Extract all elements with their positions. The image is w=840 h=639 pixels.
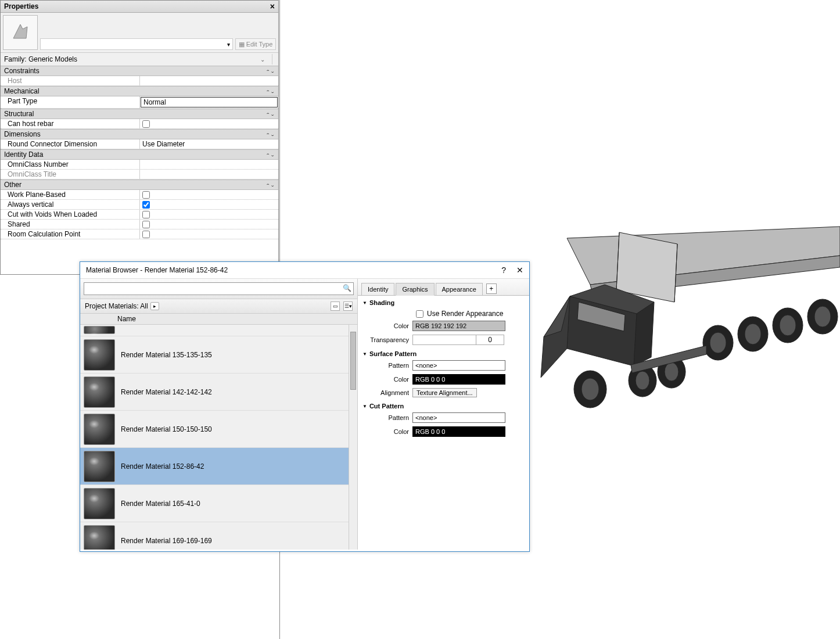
collapse-icon: ⌃⌄ <box>265 132 275 137</box>
property-row: OmniClass Number <box>1 160 278 170</box>
property-value[interactable] <box>140 200 278 209</box>
property-value[interactable]: Normal <box>141 97 278 107</box>
section-surface-pattern[interactable]: ▼Surface Pattern <box>358 347 529 358</box>
list-header: Name <box>80 314 357 325</box>
properties-header: Properties × <box>1 1 278 13</box>
property-label: Shared <box>1 220 140 229</box>
filter-dropdown[interactable]: ▸ <box>150 302 159 310</box>
property-value[interactable] <box>140 160 278 169</box>
category-header[interactable]: Dimensions⌃⌄ <box>1 129 278 139</box>
section-cut-pattern[interactable]: ▼Cut Pattern <box>358 399 529 411</box>
material-item[interactable]: Render Material 165-41-0 <box>80 485 357 522</box>
material-item[interactable] <box>80 325 357 336</box>
material-name: Render Material 152-86-42 <box>119 462 204 471</box>
cut-color-swatch[interactable]: RGB 0 0 0 <box>412 426 505 437</box>
property-row: Can host rebar <box>1 119 278 129</box>
close-icon[interactable]: × <box>270 2 275 11</box>
material-thumbnail <box>84 376 115 408</box>
material-thumbnail <box>84 339 115 371</box>
material-thumbnail <box>84 451 115 482</box>
property-checkbox[interactable] <box>142 191 150 199</box>
tab-graphics[interactable]: Graphics <box>396 283 434 296</box>
transparency-value[interactable]: 0 <box>476 335 504 345</box>
texture-alignment-button[interactable]: Texture Alignment... <box>412 388 477 397</box>
property-checkbox[interactable] <box>142 211 150 218</box>
material-item[interactable]: Render Material 142-142-142 <box>80 374 357 411</box>
category-header[interactable]: Mechanical⌃⌄ <box>1 86 278 96</box>
search-icon: 🔍 <box>343 284 351 292</box>
shading-color-swatch[interactable]: RGB 192 192 192 <box>412 321 505 331</box>
svg-marker-10 <box>616 232 677 302</box>
category-header[interactable]: Structural⌃⌄ <box>1 109 278 119</box>
property-row: OmniClass Title <box>1 170 278 180</box>
surface-color-swatch[interactable]: RGB 0 0 0 <box>412 374 505 385</box>
use-render-checkbox[interactable] <box>416 310 423 318</box>
property-label: Room Calculation Point <box>1 229 140 239</box>
view-list-button[interactable]: ☰▾ <box>343 301 353 311</box>
dialog-title: Material Browser - Render Material 152-8… <box>86 266 228 274</box>
property-value[interactable] <box>140 119 278 128</box>
material-name: Render Material 150-150-150 <box>119 425 212 433</box>
material-item[interactable]: Render Material 169-169-169 <box>80 522 357 550</box>
properties-panel: Properties × ▾ ▦ Edit Type Family: Gener… <box>0 0 279 275</box>
property-value[interactable]: Use Diameter <box>140 139 278 149</box>
material-item[interactable]: Render Material 150-150-150 <box>80 411 357 448</box>
svg-point-3 <box>780 315 796 336</box>
property-row: Host <box>1 76 278 86</box>
help-button[interactable]: ? <box>501 265 506 275</box>
category-header[interactable]: Constraints⌃⌄ <box>1 66 278 76</box>
scrollbar[interactable] <box>349 325 357 550</box>
dialog-titlebar[interactable]: Material Browser - Render Material 152-8… <box>80 262 529 279</box>
add-tab-button[interactable]: + <box>486 283 497 294</box>
use-render-label: Use Render Appearance <box>427 310 503 318</box>
svg-point-22 <box>665 362 679 381</box>
properties-title: Properties <box>4 2 38 10</box>
property-value[interactable] <box>140 190 278 199</box>
material-item[interactable]: Render Material 152-86-42 <box>80 448 357 485</box>
cut-pattern-label: Pattern <box>362 414 409 421</box>
property-checkbox[interactable] <box>142 201 150 209</box>
view-grid-button[interactable]: ▭ <box>331 301 340 311</box>
surface-pattern-label: Pattern <box>362 362 409 369</box>
property-label: Always vertical <box>1 200 140 209</box>
section-shading[interactable]: ▼Shading <box>358 296 529 307</box>
material-name: Render Material 169-169-169 <box>119 537 212 545</box>
property-value[interactable] <box>140 76 278 85</box>
category-header[interactable]: Other⌃⌄ <box>1 180 278 190</box>
family-selector[interactable]: Family: Generic Models ⌄ <box>1 52 278 66</box>
collapse-icon: ⌃⌄ <box>265 153 275 157</box>
property-value[interactable] <box>140 229 278 239</box>
search-input[interactable] <box>84 282 354 295</box>
transparency-slider[interactable] <box>412 335 476 345</box>
material-thumbnail <box>84 488 115 519</box>
family-thumbnail <box>3 15 38 50</box>
material-thumbnail <box>84 414 115 445</box>
surface-pattern-control[interactable]: <none> <box>412 360 505 371</box>
chevron-down-icon: ⌄ <box>260 56 270 63</box>
collapse-icon: ▼ <box>362 351 367 357</box>
property-value[interactable] <box>140 210 278 219</box>
cut-pattern-control[interactable]: <none> <box>412 412 505 423</box>
property-checkbox[interactable] <box>142 231 150 238</box>
transparency-label: Transparency <box>362 336 409 343</box>
tab-appearance[interactable]: Appearance <box>436 283 483 295</box>
svg-point-20 <box>636 371 649 390</box>
edit-type-button[interactable]: ▦ Edit Type <box>235 38 276 50</box>
material-name: Render Material 165-41-0 <box>119 500 200 508</box>
type-selector[interactable]: ▾ <box>40 38 233 50</box>
property-checkbox[interactable] <box>142 120 150 128</box>
property-row: Work Plane-Based <box>1 190 278 200</box>
scrollbar-thumb[interactable] <box>350 332 356 390</box>
category-header[interactable]: Identity Data⌃⌄ <box>1 149 278 160</box>
property-value[interactable] <box>140 170 278 179</box>
material-item[interactable]: Render Material 135-135-135 <box>80 336 357 374</box>
tab-identity[interactable]: Identity <box>361 283 394 295</box>
property-row: Cut with Voids When Loaded <box>1 210 278 220</box>
material-name: Render Material 135-135-135 <box>119 351 212 359</box>
property-row: Room Calculation Point <box>1 229 278 239</box>
property-value[interactable] <box>140 220 278 229</box>
property-checkbox[interactable] <box>142 221 150 228</box>
material-list[interactable]: Render Material 135-135-135Render Materi… <box>80 325 357 550</box>
column-name[interactable]: Name <box>114 314 139 324</box>
close-button[interactable]: ✕ <box>516 265 523 275</box>
